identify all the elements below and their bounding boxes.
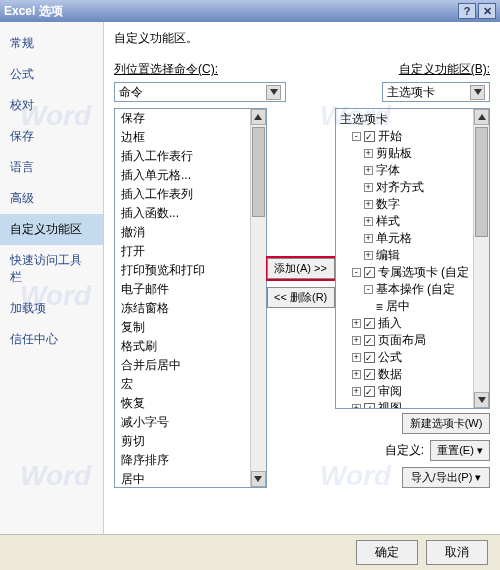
reset-button[interactable]: 重置(E) ▾ [430,440,490,461]
window-title: Excel 选项 [4,3,456,20]
tree-item[interactable]: +✓数据 [350,366,471,383]
expand-icon[interactable]: + [352,387,361,396]
tree-item[interactable]: +编辑 [362,247,471,264]
expand-icon[interactable]: + [364,183,373,192]
scroll-up[interactable] [251,109,266,125]
scroll-thumb[interactable] [475,127,488,237]
customize-label: 自定义: [385,442,424,459]
sidebar-item-8[interactable]: 加载项 [0,293,103,324]
expand-icon[interactable]: + [364,234,373,243]
list-item[interactable]: 打印预览和打印 [115,261,250,280]
list-item[interactable]: 复制 [115,318,250,337]
checkbox[interactable]: ✓ [364,335,375,346]
tree-item[interactable]: +✓视图 [350,400,471,408]
commands-list[interactable]: 保存边框插入工作表行插入单元格...插入工作表列插入函数...撤消打开打印预览和… [114,108,267,488]
sidebar-item-6[interactable]: 自定义功能区 [0,214,103,245]
expand-icon[interactable]: - [352,132,361,141]
tree-item[interactable]: +单元格 [362,230,471,247]
tree-label: 开始 [378,128,402,145]
sidebar-item-2[interactable]: 校对 [0,90,103,121]
expand-icon[interactable]: + [364,200,373,209]
checkbox[interactable]: ✓ [364,352,375,363]
list-item[interactable]: 打开 [115,242,250,261]
list-item[interactable]: 合并后居中 [115,356,250,375]
expand-icon[interactable]: + [364,149,373,158]
ok-button[interactable]: 确定 [356,540,418,565]
help-button[interactable]: ? [458,3,476,19]
tree-item[interactable]: +✓审阅 [350,383,471,400]
tree-item[interactable]: -基本操作 (自定 [362,281,471,298]
expand-icon[interactable]: + [364,217,373,226]
scroll-down[interactable] [474,392,489,408]
import-export-button[interactable]: 导入/导出(P) ▾ [402,467,490,488]
list-item[interactable]: 冻结窗格 [115,299,250,318]
list-item[interactable]: 保存 [115,109,250,128]
tree-item[interactable]: +字体 [362,162,471,179]
list-item[interactable]: 降序排序 [115,451,250,470]
close-button[interactable]: ✕ [478,3,496,19]
remove-button[interactable]: << 删除(R) [267,287,335,308]
list-item[interactable]: 插入工作表列 [115,185,250,204]
expand-icon[interactable]: + [352,404,361,408]
list-item[interactable]: 边框 [115,128,250,147]
sidebar-item-7[interactable]: 快速访问工具栏 [0,245,103,293]
list-item[interactable]: 减小字号 [115,413,250,432]
sidebar-item-5[interactable]: 高级 [0,183,103,214]
sidebar-item-4[interactable]: 语言 [0,152,103,183]
tree-item[interactable]: -✓开始 [350,128,471,145]
expand-icon[interactable]: + [364,166,373,175]
list-item[interactable]: 插入工作表行 [115,147,250,166]
tree-item[interactable]: +✓公式 [350,349,471,366]
scroll-up[interactable] [474,109,489,125]
tree-label: 插入 [378,315,402,332]
list-item[interactable]: 恢复 [115,394,250,413]
scrollbar[interactable] [473,109,489,408]
new-tab-button[interactable]: 新建选项卡(W) [402,413,490,434]
tree-item[interactable]: +✓插入 [350,315,471,332]
tree-item[interactable]: +✓页面布局 [350,332,471,349]
checkbox[interactable]: ✓ [364,131,375,142]
checkbox[interactable]: ✓ [364,267,375,278]
expand-icon[interactable]: + [364,251,373,260]
expand-icon[interactable]: - [352,268,361,277]
list-item[interactable]: 插入单元格... [115,166,250,185]
expand-icon[interactable]: + [352,370,361,379]
commands-from-combo[interactable]: 命令 [114,82,286,102]
scroll-down[interactable] [251,471,266,487]
checkbox[interactable]: ✓ [364,369,375,380]
sidebar-item-1[interactable]: 公式 [0,59,103,90]
tree-item[interactable]: -✓专属选项卡 (自定 [350,264,471,281]
scroll-thumb[interactable] [252,127,265,217]
checkbox[interactable]: ✓ [364,386,375,397]
list-item[interactable]: 插入函数... [115,204,250,223]
list-item[interactable]: 居中 [115,470,250,487]
scrollbar[interactable] [250,109,266,487]
expand-icon[interactable]: - [364,285,373,294]
sidebar-item-0[interactable]: 常规 [0,28,103,59]
tree-label: 字体 [376,162,400,179]
expand-icon[interactable]: + [352,353,361,362]
expand-icon[interactable]: + [352,319,361,328]
checkbox[interactable]: ✓ [364,403,375,408]
tree-item[interactable]: +剪贴板 [362,145,471,162]
sidebar-item-3[interactable]: 保存 [0,121,103,152]
tree-item[interactable]: +数字 [362,196,471,213]
list-item[interactable]: 宏 [115,375,250,394]
tree-item[interactable]: +对齐方式 [362,179,471,196]
tree-label: 视图 [378,400,402,408]
list-item[interactable]: 撤消 [115,223,250,242]
tree-item[interactable]: +样式 [362,213,471,230]
add-button[interactable]: 添加(A) >> [267,258,335,279]
sidebar-item-9[interactable]: 信任中心 [0,324,103,355]
ribbon-target-combo[interactable]: 主选项卡 [382,82,490,102]
cancel-button[interactable]: 取消 [426,540,488,565]
ribbon-tree[interactable]: 主选项卡 -✓开始+剪贴板+字体+对齐方式+数字+样式+单元格+编辑-✓专属选项… [335,108,490,409]
expand-icon[interactable]: + [352,336,361,345]
list-item[interactable]: 格式刷 [115,337,250,356]
tree-label: 页面布局 [378,332,426,349]
checkbox[interactable]: ✓ [364,318,375,329]
tree-item[interactable]: ≡居中 [374,298,471,315]
list-item[interactable]: 剪切 [115,432,250,451]
tree-label: 样式 [376,213,400,230]
list-item[interactable]: 电子邮件 [115,280,250,299]
